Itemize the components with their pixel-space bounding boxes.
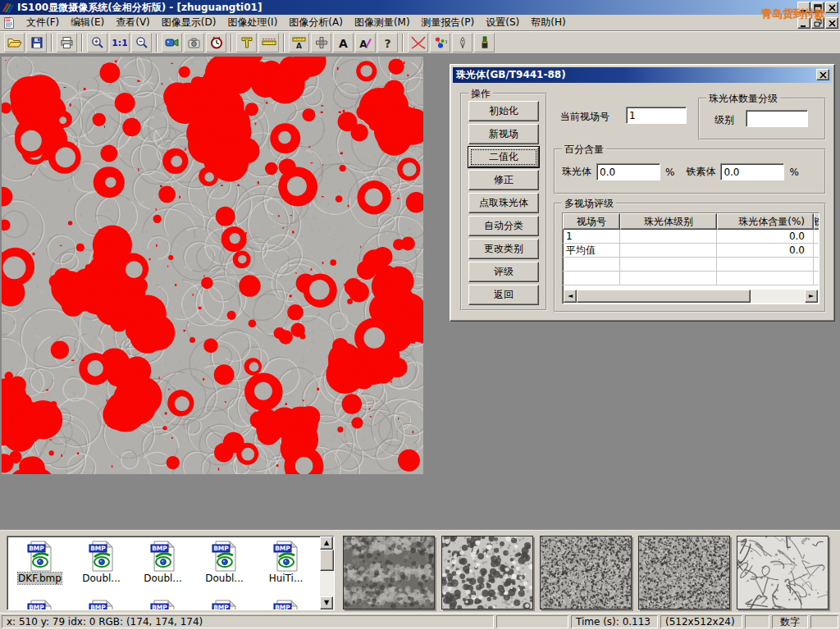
menu-item-edit[interactable]: 编辑(E) (65, 14, 110, 31)
auto-classify-button[interactable]: 自动分类 (468, 216, 539, 236)
grade-button[interactable]: 评级 (468, 262, 539, 282)
scroll-down-arrow[interactable]: ▼ (320, 596, 333, 609)
scrollbar-track[interactable] (320, 571, 334, 596)
print-button[interactable] (57, 33, 77, 52)
svg-text:BMP: BMP (29, 545, 44, 552)
initialize-button[interactable]: 初始化 (468, 101, 539, 121)
pen-button[interactable] (452, 33, 472, 52)
thumbnail-image[interactable] (540, 536, 632, 609)
percent-group-title: 百分含量 (562, 143, 606, 157)
menu-item-help[interactable]: 帮助(H) (525, 14, 571, 31)
thumbnail-image[interactable] (343, 536, 435, 609)
classify-points-button[interactable]: 3 (430, 33, 450, 52)
cell-pearlite-content: 0.0 (717, 230, 814, 243)
title-bar: IS100显微摄像系统(金相分析版) - [zhuguangti01] (0, 0, 840, 15)
help-button[interactable]: ? (377, 33, 398, 52)
child-close-button[interactable] (825, 17, 838, 29)
col-header-pearlite-content[interactable]: 珠光体含量(%) (717, 213, 814, 230)
menu-item-image-process[interactable]: 图像处理(I) (221, 14, 283, 31)
file-name[interactable]: Doubl... (144, 573, 182, 584)
scrollbar-thumb[interactable] (577, 290, 751, 303)
ruler-button[interactable] (258, 33, 279, 52)
mdi-workspace: 珠光体(GB/T9441-88) 操作 初始化 新视场 二值化 修正 点取珠光体… (0, 54, 840, 529)
table-horizontal-scrollbar[interactable]: ◄ ► (564, 290, 818, 303)
text-edit-button[interactable]: A (355, 33, 376, 52)
scroll-right-arrow[interactable]: ► (805, 290, 818, 303)
dialog-close-button[interactable] (816, 69, 829, 80)
pearlite-percent-input[interactable] (596, 163, 660, 180)
file-name[interactable]: HuiTi... (269, 573, 304, 584)
timer-clock-button[interactable] (206, 33, 226, 52)
curve-tool-button[interactable] (408, 33, 428, 52)
menu-item-report[interactable]: 测量报告(P) (416, 14, 481, 31)
col-header-ferrite-content[interactable]: 铁素体含量(%) (814, 213, 819, 230)
file-item[interactable]: BMP (255, 597, 317, 610)
file-name[interactable]: DKF.bmp (18, 573, 62, 584)
thumbnail-image[interactable] (737, 536, 829, 609)
document-icon[interactable]: DOC (2, 16, 16, 30)
menu-item-image-measure[interactable]: 图像测量(M) (349, 14, 416, 31)
brush-button[interactable] (474, 33, 495, 52)
status-panel-empty (745, 615, 769, 628)
pick-pearlite-button[interactable]: 点取珠光体 (468, 193, 539, 213)
file-item[interactable]: BMPDKF.bmp (9, 538, 71, 597)
scrollbar-thumb[interactable] (320, 550, 334, 571)
snapshot-camera-button[interactable] (184, 33, 204, 52)
level-input[interactable] (746, 110, 808, 127)
measure-text-button[interactable]: A (289, 33, 309, 52)
multi-field-table[interactable]: 视场号 珠光体级别 珠光体含量(%) 铁素体含量(%) 1 0.0 平均值 (562, 212, 819, 304)
window-title: IS100显微摄像系统(金相分析版) - [zhuguangti01] (17, 1, 262, 15)
zoom-in-button[interactable] (87, 33, 107, 52)
binarize-button[interactable]: 二值化 (468, 147, 539, 167)
menu-item-image-display[interactable]: 图像显示(D) (156, 14, 222, 31)
file-item[interactable]: BMPHuiTi... (255, 538, 317, 597)
open-button[interactable] (4, 33, 25, 52)
ferrite-percent-input[interactable] (720, 163, 784, 180)
file-browser[interactable]: BMPDKF.bmp BMPDoubl... BMPDoubl... BMPDo… (7, 536, 335, 610)
svg-text:1:1: 1:1 (112, 38, 127, 48)
current-field-input[interactable] (626, 107, 687, 124)
file-name[interactable]: Doubl... (82, 573, 121, 584)
file-item[interactable]: BMP (194, 597, 255, 610)
file-item[interactable]: BMPDoubl... (132, 538, 194, 597)
file-item[interactable]: BMP (9, 597, 71, 610)
col-header-pearlite-grade[interactable]: 珠光体级别 (620, 213, 717, 230)
pattern-grid-button[interactable] (311, 33, 331, 52)
scrollbar-track[interactable] (751, 290, 805, 303)
actual-size-button[interactable]: 1:1 (109, 33, 130, 52)
file-item[interactable]: BMP (71, 597, 132, 610)
correct-button[interactable]: 修正 (468, 170, 539, 190)
thumbnail-image[interactable] (638, 536, 730, 609)
file-item[interactable]: BMPDoubl... (71, 538, 132, 597)
table-row[interactable]: 1 0.0 (563, 230, 819, 244)
thumbnail-image[interactable] (441, 536, 533, 609)
ferrite-label: 铁素体 (686, 165, 715, 179)
save-button[interactable] (26, 33, 47, 52)
new-field-button[interactable]: 新视场 (468, 124, 539, 144)
close-button[interactable] (825, 2, 838, 13)
menu-item-settings[interactable]: 设置(S) (480, 14, 525, 31)
svg-text:A: A (296, 42, 302, 50)
bmp-file-icon: BMP (272, 541, 300, 572)
table-row[interactable]: 平均值 0.0 (563, 244, 819, 258)
micrograph-binarized-image[interactable] (2, 57, 423, 474)
menu-item-image-analysis[interactable]: 图像分析(A) (283, 14, 349, 31)
menu-item-file[interactable]: 文件(F) (21, 14, 65, 31)
menu-item-view[interactable]: 查看(V) (110, 14, 156, 31)
zoom-out-button[interactable] (131, 33, 152, 52)
thumbnail-strip (343, 536, 829, 609)
col-header-field-no[interactable]: 视场号 (563, 213, 620, 230)
dialog-title-bar[interactable]: 珠光体(GB/T9441-88) (453, 67, 832, 83)
file-item[interactable]: BMPDoubl... (194, 538, 255, 597)
scroll-up-arrow[interactable]: ▲ (320, 536, 333, 550)
file-name[interactable]: Doubl... (205, 573, 244, 584)
file-item[interactable]: BMP (132, 597, 194, 610)
return-button[interactable]: 返回 (468, 285, 539, 305)
svg-text:3: 3 (445, 39, 447, 44)
text-button[interactable]: A (333, 33, 354, 52)
change-class-button[interactable]: 更改类别 (468, 239, 539, 259)
file-list-scrollbar[interactable]: ▲ ▼ (320, 536, 334, 609)
video-camera-button[interactable] (162, 33, 182, 52)
caliper-button[interactable] (236, 33, 257, 52)
scroll-left-arrow[interactable]: ◄ (564, 290, 577, 303)
